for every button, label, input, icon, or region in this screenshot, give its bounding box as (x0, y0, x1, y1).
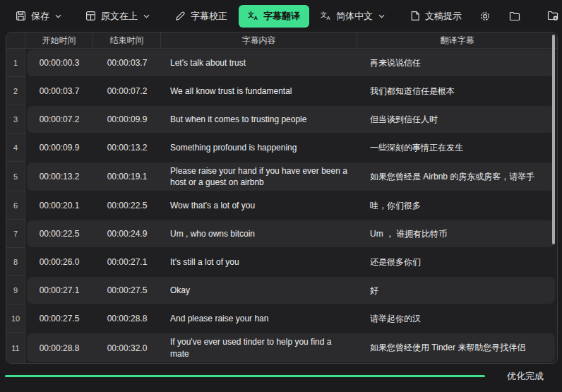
row-number: 3 (6, 105, 25, 133)
translate-icon: 文 A (248, 11, 258, 21)
script-hint-button[interactable]: 文稿提示 (405, 6, 467, 27)
header-start-time: 开始时间 (25, 32, 93, 48)
split-view-icon (85, 11, 96, 21)
subtitle-content-cell[interactable]: Okay (161, 276, 357, 304)
table-row[interactable]: 5 00:00:13.2 00:00:19.1 Please raise you… (6, 162, 557, 191)
save-button[interactable]: 保存 (10, 6, 67, 27)
start-time-cell[interactable]: 00:00:22.5 (25, 220, 93, 248)
translated-subtitle-cell[interactable]: Um ， 谁拥有比特币 (357, 220, 557, 248)
table-row[interactable]: 3 00:00:07.2 00:00:09.9 But when it come… (6, 105, 557, 133)
start-time-cell[interactable]: 00:00:03.7 (25, 77, 93, 105)
end-time-cell[interactable]: 00:00:28.8 (93, 304, 161, 333)
table-row[interactable]: 7 00:00:22.5 00:00:24.9 Um , who owns bi… (6, 220, 557, 248)
translated-subtitle-cell[interactable]: 如果您曾经是 Airbnb 的房东或房客，请举手 (357, 162, 557, 191)
start-time-cell[interactable]: 00:00:00.3 (25, 49, 93, 77)
translated-subtitle-cell[interactable]: 我们都知道信任是根本 (357, 77, 557, 105)
subtitle-content-cell[interactable]: But when it comes to trusting people (161, 105, 357, 133)
end-time-cell[interactable]: 00:00:07.2 (93, 77, 161, 105)
open-folder-button[interactable] (503, 7, 527, 25)
table-body: 1 00:00:00.3 00:00:03.7 Let's talk about… (6, 49, 557, 363)
header-translated-subtitle: 翻译字幕 (357, 32, 557, 48)
start-time-cell[interactable]: 00:00:07.2 (25, 105, 93, 133)
row-number: 6 (6, 191, 25, 220)
subtitle-table: 开始时间 结束时间 字幕内容 翻译字幕 1 00:00:00.3 00:00:0… (6, 32, 558, 364)
table-row[interactable]: 8 00:00:26.0 00:00:27.1 It's still a lot… (6, 248, 557, 276)
row-number: 9 (6, 276, 25, 304)
start-time-cell[interactable]: 00:00:20.1 (25, 191, 93, 220)
chevron-down-icon (378, 14, 385, 18)
end-time-cell[interactable]: 00:00:09.9 (93, 105, 161, 133)
subtitle-content-cell[interactable]: If you've ever used tinder to help you f… (161, 333, 357, 362)
translated-subtitle-cell[interactable]: 如果您曾经使用 Tinder 来帮助您寻找伴侣 (357, 333, 557, 362)
vertical-scrollbar[interactable] (552, 35, 555, 244)
end-time-cell[interactable]: 00:00:13.2 (93, 133, 161, 162)
status-bar: 优化完成 (0, 364, 562, 388)
table-row[interactable]: 10 00:00:27.5 00:00:28.8 And please rais… (6, 304, 557, 333)
table-row[interactable]: 1 00:00:00.3 00:00:03.7 Let's talk about… (6, 49, 557, 77)
table-row[interactable]: 9 00:00:27.1 00:00:27.5 Okay 好 (6, 276, 557, 304)
start-time-cell[interactable]: 00:00:28.8 (25, 333, 93, 362)
row-number: 11 (6, 333, 25, 362)
row-number: 4 (6, 133, 25, 162)
progress-bar (5, 375, 557, 377)
target-language-selector[interactable]: 文 A 简体中文 (315, 6, 390, 27)
svg-text:A: A (253, 15, 258, 21)
row-number: 1 (6, 49, 25, 77)
subtitle-content-cell[interactable]: Um , who owns bitcoin (161, 220, 357, 248)
subtitle-content-cell[interactable]: It's still a lot of you (161, 248, 357, 276)
start-time-cell[interactable]: 00:00:27.5 (25, 304, 93, 333)
floppy-icon (16, 11, 26, 21)
subtitle-content-cell[interactable]: And please raise your han (161, 304, 357, 333)
header-end-time: 结束时间 (93, 32, 161, 48)
subtitle-content-cell[interactable]: Wow that's a lot of you (161, 191, 357, 220)
status-text: 优化完成 (507, 370, 544, 383)
translated-subtitle-cell[interactable]: 好 (357, 276, 557, 304)
table-row[interactable]: 4 00:00:09.9 00:00:13.2 Something profou… (6, 133, 557, 162)
folder-icon (509, 11, 520, 21)
header-row-number (6, 32, 25, 48)
header-subtitle-content: 字幕内容 (161, 32, 357, 48)
start-time-cell[interactable]: 00:00:27.1 (25, 276, 93, 304)
chevron-down-icon (55, 14, 61, 18)
layout-mode-button[interactable]: 原文在上 (80, 6, 155, 27)
row-number: 10 (6, 304, 25, 333)
subtitle-content-cell[interactable]: Something profound is happening (161, 133, 357, 162)
save-label: 保存 (31, 10, 49, 23)
end-time-cell[interactable]: 00:00:27.5 (93, 276, 161, 304)
end-time-cell[interactable]: 00:00:22.5 (93, 191, 161, 220)
translated-subtitle-cell[interactable]: 一些深刻的事情正在发生 (357, 133, 557, 162)
subtitle-proofread-label: 字幕校正 (191, 10, 227, 23)
start-time-cell[interactable]: 00:00:26.0 (25, 248, 93, 276)
translated-subtitle-cell[interactable]: 再来说说信任 (357, 49, 557, 77)
translated-subtitle-cell[interactable]: 哇，你们很多 (357, 191, 557, 220)
layout-mode-label: 原文在上 (101, 10, 138, 23)
translated-subtitle-cell[interactable]: 但当谈到信任人时 (357, 105, 557, 133)
row-number: 8 (6, 248, 25, 276)
subtitle-content-cell[interactable]: Let's talk about trust (161, 49, 357, 77)
gear-icon (479, 11, 491, 22)
subtitle-translate-label: 字幕翻译 (263, 10, 300, 23)
subtitle-translate-button[interactable]: 文 A 字幕翻译 (239, 5, 309, 28)
start-time-cell[interactable]: 00:00:09.9 (25, 133, 93, 162)
svg-text:A: A (326, 15, 330, 21)
export-folder-button[interactable] (541, 6, 562, 25)
chevron-down-icon (143, 14, 150, 18)
end-time-cell[interactable]: 00:00:27.1 (93, 248, 161, 276)
subtitle-content-cell[interactable]: Please raise your hand if you have ever … (161, 162, 357, 191)
row-number: 7 (6, 220, 25, 248)
end-time-cell[interactable]: 00:00:19.1 (93, 162, 161, 191)
end-time-cell[interactable]: 00:00:32.0 (93, 333, 161, 362)
end-time-cell[interactable]: 00:00:03.7 (93, 49, 161, 77)
settings-button[interactable] (473, 6, 497, 26)
pencil-icon (175, 11, 186, 21)
translated-subtitle-cell[interactable]: 还是很多你们 (357, 248, 557, 276)
table-row[interactable]: 2 00:00:03.7 00:00:07.2 We all know trus… (6, 77, 557, 105)
start-time-cell[interactable]: 00:00:13.2 (25, 162, 93, 191)
subtitle-proofread-button[interactable]: 字幕校正 (169, 6, 233, 27)
table-row[interactable]: 11 00:00:28.8 00:00:32.0 If you've ever … (6, 333, 557, 362)
end-time-cell[interactable]: 00:00:24.9 (93, 220, 161, 248)
translate-icon: 文 A (321, 11, 331, 21)
subtitle-content-cell[interactable]: We all know trust is fundamental (161, 77, 357, 105)
translated-subtitle-cell[interactable]: 请举起你的汉 (357, 304, 557, 333)
table-row[interactable]: 6 00:00:20.1 00:00:22.5 Wow that's a lot… (6, 191, 557, 220)
